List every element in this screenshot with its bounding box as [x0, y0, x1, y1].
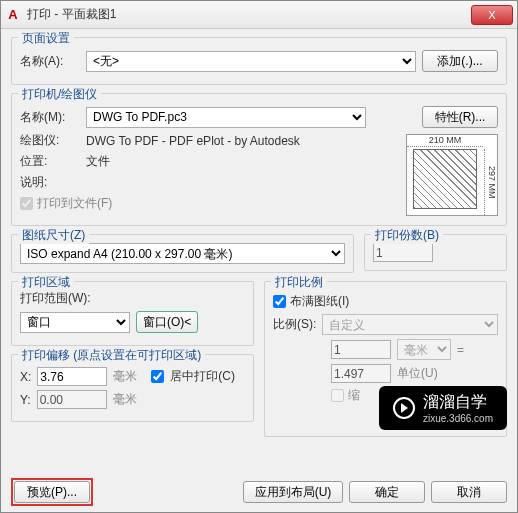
apply-to-layout-button[interactable]: 应用到布局(U)	[243, 481, 343, 503]
print-dialog: A 打印 - 平面裁图1 X 页面设置 名称(A): <无> 添加(.)... …	[0, 0, 518, 513]
watermark-text: 溜溜自学	[423, 392, 493, 413]
offset-y-label: Y:	[20, 393, 31, 407]
scale-unit2-label: 单位(U)	[397, 365, 438, 382]
preview-button[interactable]: 预览(P)...	[14, 481, 90, 503]
fit-to-paper-label: 布满图纸(I)	[290, 293, 349, 310]
cancel-button[interactable]: 取消	[431, 481, 507, 503]
printer-name-label: 名称(M):	[20, 109, 80, 126]
offset-x-label: X:	[20, 370, 31, 384]
paper-width-label: 210 MM	[407, 134, 483, 147]
plotter-value: DWG To PDF - PDF ePlot - by Autodesk	[86, 134, 300, 148]
offset-x-unit: 毫米	[113, 368, 137, 385]
page-name-label: 名称(A):	[20, 53, 80, 70]
play-icon	[393, 397, 415, 419]
shrink-checkbox	[331, 389, 344, 402]
printer-group: 打印机/绘图仪 名称(M): DWG To PDF.pc3 特性(R)... 绘…	[11, 93, 507, 226]
plot-area-label: 打印区域	[18, 274, 74, 291]
center-plot-checkbox[interactable]	[151, 370, 164, 383]
add-button[interactable]: 添加(.)...	[422, 50, 498, 72]
plot-area-group: 打印区域 打印范围(W): 窗口 窗口(O)<	[11, 281, 254, 346]
scale-unit-select: 毫米	[397, 339, 451, 360]
copies-label: 打印份数(B)	[371, 227, 443, 244]
printer-group-label: 打印机/绘图仪	[18, 86, 101, 103]
dialog-footer: 预览(P)... 应用到布局(U) 确定 取消	[1, 472, 517, 512]
offset-label: 打印偏移 (原点设置在可打印区域)	[18, 347, 205, 364]
plotter-label: 绘图仪:	[20, 132, 80, 149]
paper-size-select[interactable]: ISO expand A4 (210.00 x 297.00 毫米)	[20, 243, 345, 264]
scale-num-input	[331, 340, 391, 359]
offset-group: 打印偏移 (原点设置在可打印区域) X: 毫米 居中打印(C) Y: 毫米	[11, 354, 254, 422]
printer-properties-button[interactable]: 特性(R)...	[422, 106, 498, 128]
page-setup-group: 页面设置 名称(A): <无> 添加(.)...	[11, 37, 507, 85]
copies-input	[373, 243, 433, 262]
description-label: 说明:	[20, 174, 80, 191]
paper-size-label: 图纸尺寸(Z)	[18, 227, 89, 244]
offset-x-input[interactable]	[37, 367, 107, 386]
preview-highlight: 预览(P)...	[11, 478, 93, 506]
scale-group-label: 打印比例	[271, 274, 327, 291]
page-name-select[interactable]: <无>	[86, 51, 416, 72]
paper-height-label: 297 MM	[484, 149, 497, 215]
paper-preview: 210 MM 297 MM	[406, 134, 498, 216]
paper-size-group: 图纸尺寸(Z) ISO expand A4 (210.00 x 297.00 毫…	[11, 234, 354, 273]
window-title: 打印 - 平面裁图1	[27, 6, 471, 23]
page-setup-label: 页面设置	[18, 30, 74, 47]
dialog-content: 页面设置 名称(A): <无> 添加(.)... 打印机/绘图仪 名称(M): …	[1, 29, 517, 472]
print-to-file-label: 打印到文件(F)	[37, 195, 112, 212]
offset-y-unit: 毫米	[113, 391, 137, 408]
window-pick-button[interactable]: 窗口(O)<	[136, 311, 198, 333]
printer-name-select[interactable]: DWG To PDF.pc3	[86, 107, 366, 128]
shrink-label: 缩	[348, 387, 360, 404]
print-to-file-checkbox	[20, 197, 33, 210]
close-button[interactable]: X	[471, 5, 513, 25]
location-label: 位置:	[20, 153, 80, 170]
offset-y-input	[37, 390, 107, 409]
fit-to-paper-checkbox[interactable]	[273, 295, 286, 308]
watermark-sub: zixue.3d66.com	[423, 413, 493, 424]
scale-label: 比例(S):	[273, 316, 316, 333]
scale-denom-input	[331, 364, 391, 383]
watermark: 溜溜自学 zixue.3d66.com	[379, 386, 507, 430]
ok-button[interactable]: 确定	[349, 481, 425, 503]
app-icon: A	[5, 7, 21, 23]
paper-hatch	[413, 149, 477, 209]
plot-range-select[interactable]: 窗口	[20, 312, 130, 333]
copies-group: 打印份数(B)	[364, 234, 507, 271]
center-plot-label: 居中打印(C)	[170, 368, 235, 385]
scale-equals: =	[457, 343, 464, 357]
scale-select: 自定义	[322, 314, 498, 335]
plot-range-label: 打印范围(W):	[20, 290, 245, 307]
location-value: 文件	[86, 153, 110, 170]
titlebar: A 打印 - 平面裁图1 X	[1, 1, 517, 29]
